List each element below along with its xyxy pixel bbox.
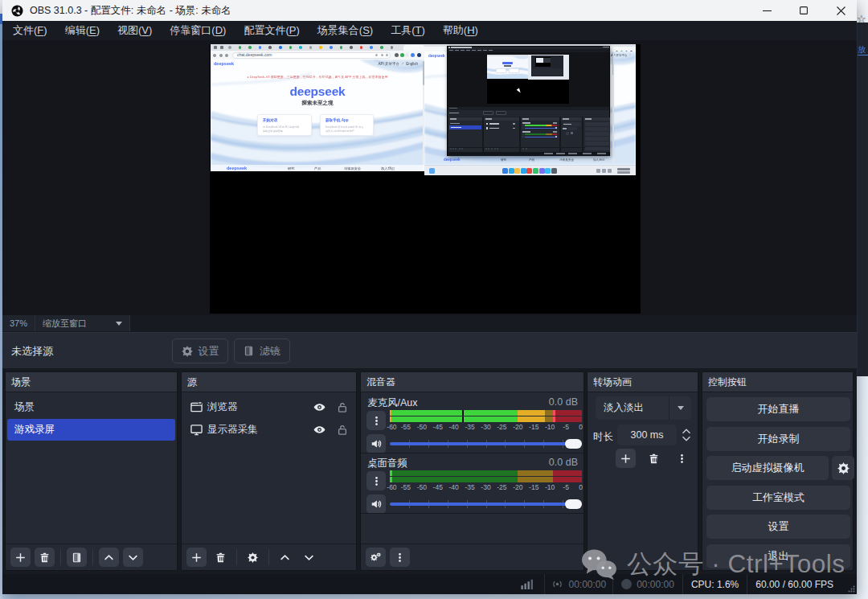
preview-canvas[interactable]: chat.deepseek.com [210, 44, 641, 314]
sources-panel-title[interactable]: 源 [182, 372, 356, 392]
captured-obs-window [447, 46, 610, 156]
chevron-down-icon [116, 322, 122, 326]
lock-icon[interactable] [337, 401, 348, 413]
mixer-panel-title[interactable]: 混音器 [361, 372, 583, 392]
titlebar[interactable]: OBS 31.0.3 - 配置文件: 未命名 - 场景: 未命名 [2, 0, 857, 21]
deepseek-notice-banner: ● DeepSeek-V3 模型更新，三连更新，性能提升，价格优惠，API 及 … [211, 75, 424, 79]
mixer-volume-db: 0.0 dB [549, 457, 578, 468]
browser-extension-icon [395, 53, 399, 57]
studio-mode-button[interactable]: 工作室模式 [706, 486, 850, 510]
browser-extension-icon [411, 53, 415, 57]
scene-item-0[interactable]: 场景 [7, 396, 175, 418]
remove-transition-button[interactable] [644, 449, 664, 468]
browser-tab-favicon [259, 46, 262, 49]
mixer-menu-button[interactable] [390, 548, 410, 567]
taskbar-clock [617, 168, 630, 170]
duration-spin-buttons[interactable] [678, 425, 694, 445]
monitor-icon [190, 424, 203, 436]
browser-tab-favicon [228, 46, 231, 49]
scene-filters-button[interactable] [67, 548, 87, 567]
lock-icon[interactable] [337, 424, 348, 436]
menu-item-0[interactable]: 文件(F) [9, 21, 51, 40]
close-button[interactable] [825, 0, 856, 21]
remove-source-button[interactable] [211, 548, 231, 567]
browser-toolbar: chat.deepseek.com [211, 51, 424, 59]
captured-browser-scrollbar [612, 51, 614, 165]
minimize-button[interactable] [751, 0, 783, 21]
menu-item-1[interactable]: 编辑(E) [61, 21, 104, 40]
maximize-button[interactable] [788, 0, 820, 21]
scene-up-button[interactable] [99, 548, 119, 567]
volume-slider-handle [565, 499, 582, 509]
source-properties-gear-button[interactable] [243, 548, 263, 567]
mixer-volume-db: 0.0 dB [549, 396, 578, 408]
record-status: 00:00:00 [613, 574, 682, 594]
virtual-camera-button[interactable]: 启动虚拟摄像机 [706, 456, 829, 480]
volume-slider[interactable] [390, 439, 582, 449]
start-recording-button[interactable]: 开始录制 [706, 427, 850, 451]
source-list: 浏览器显示器采集 [182, 392, 356, 441]
browser-window-icon [190, 401, 203, 413]
broadcast-icon [551, 578, 563, 590]
browser-tab-favicon [239, 46, 242, 49]
add-source-button[interactable] [186, 548, 207, 567]
menu-item-2[interactable]: 视图(V) [113, 21, 156, 40]
controls-panel-title[interactable]: 控制按钮 [702, 372, 853, 392]
sources-toolbar [182, 544, 356, 570]
resize-grip[interactable] [848, 585, 855, 593]
source-filters-button[interactable]: 滤镜 [234, 338, 290, 363]
menu-item-7[interactable]: 帮助(H) [439, 21, 482, 40]
virtual-camera-config-button[interactable] [832, 456, 854, 480]
source-up-button[interactable] [275, 548, 295, 567]
mixer-channel-menu-button[interactable] [366, 411, 386, 430]
transitions-panel-title[interactable]: 转场动画 [588, 372, 698, 392]
mixer-toolbar [361, 544, 583, 570]
source-context-toolbar: 未选择源 设置 滤镜 [2, 332, 857, 368]
scene-down-button[interactable] [123, 548, 143, 567]
settings-button[interactable]: 设置 [706, 515, 850, 539]
mute-speaker-button[interactable] [366, 494, 386, 514]
source-down-button[interactable] [299, 548, 319, 567]
taskbar-app-icon [502, 168, 508, 174]
captured-taskbar [424, 165, 636, 175]
visibility-eye-icon[interactable] [313, 424, 326, 436]
transitions-toolbar [616, 449, 692, 468]
mixer-channel-menu-button[interactable] [366, 471, 386, 490]
spin-up-icon [682, 428, 691, 435]
remove-scene-button[interactable] [35, 548, 55, 567]
visibility-eye-icon[interactable] [313, 401, 326, 413]
scenes-panel: 场景 场景游戏录屏 [5, 371, 178, 571]
add-transition-button[interactable] [616, 449, 636, 468]
start-streaming-button[interactable]: 开始直播 [706, 397, 850, 421]
add-scene-button[interactable] [10, 548, 31, 567]
preview-area[interactable]: chat.deepseek.com [2, 40, 857, 315]
mini-mixer-panel [521, 117, 559, 152]
source-item-0[interactable]: 浏览器 [183, 396, 354, 418]
duration-spinbox[interactable]: 300 ms [617, 425, 677, 445]
taskbar-app-icon [526, 168, 532, 174]
source-properties-button[interactable]: 设置 [172, 338, 228, 363]
source-item-1[interactable]: 显示器采集 [183, 419, 354, 441]
exit-button[interactable]: 退出 [706, 544, 850, 568]
obs-logo-icon [11, 5, 23, 17]
scene-item-1[interactable]: 游戏录屏 [7, 419, 175, 441]
taskbar-widget-icon [429, 168, 435, 174]
mute-speaker-button[interactable] [366, 434, 386, 453]
transition-select[interactable]: 淡入淡出 [596, 396, 691, 420]
zoom-fit-dropdown[interactable]: 缩放至窗口 [35, 315, 130, 331]
browser-active-tab [403, 45, 424, 51]
transition-menu-button[interactable] [672, 449, 692, 468]
deepseek-card-chat: 开始对话 与 DeepSeek-V3 和 R1 免费对话 体验全新旗舰模型 [257, 114, 312, 136]
taskbar-app-icon [539, 168, 545, 174]
browser-nav-icon [219, 54, 223, 57]
controls-panel: 控制按钮 开始直播开始录制启动虚拟摄像机工作室模式设置退出 [702, 371, 854, 571]
scenes-panel-title[interactable]: 场景 [6, 372, 177, 392]
advanced-audio-button[interactable] [366, 548, 386, 567]
menu-item-6[interactable]: 工具(T) [387, 21, 429, 40]
menu-item-3[interactable]: 停靠窗口(D) [166, 21, 230, 40]
browser-nav-icon [225, 54, 228, 57]
vu-meter [390, 470, 582, 483]
menu-item-4[interactable]: 配置文件(P) [240, 21, 303, 40]
menu-item-5[interactable]: 场景集合(S) [313, 21, 377, 40]
volume-slider[interactable] [390, 499, 582, 509]
